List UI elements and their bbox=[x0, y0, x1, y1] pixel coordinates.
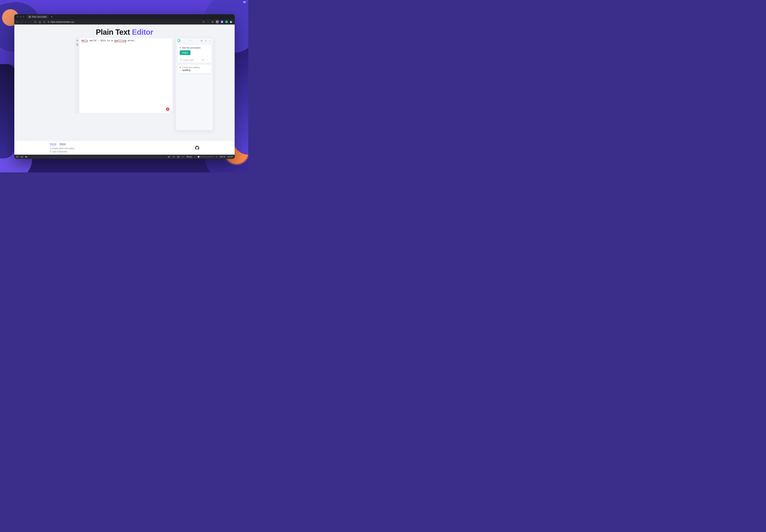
extension-bitwarden-icon[interactable] bbox=[221, 21, 223, 23]
browser-tab[interactable]: Plain Text Editor bbox=[27, 15, 49, 19]
device-icon[interactable] bbox=[172, 156, 175, 158]
new-tab-button[interactable] bbox=[50, 15, 53, 18]
extensions-icon[interactable] bbox=[230, 21, 232, 23]
svg-rect-13 bbox=[173, 156, 174, 157]
dropdown-icon[interactable] bbox=[207, 21, 209, 23]
code-icon[interactable] bbox=[182, 156, 184, 158]
tab-title: Plain Text Editor bbox=[32, 16, 47, 18]
macos-menubar bbox=[0, 0, 248, 4]
svg-point-1 bbox=[212, 21, 213, 22]
footer-nav: Home About bbox=[50, 143, 75, 146]
apply-suggestion-button[interactable]: Hello, bbox=[180, 50, 191, 55]
svg-point-3 bbox=[201, 40, 202, 42]
zoom-level: 100 % bbox=[219, 156, 225, 158]
window-controls[interactable] bbox=[16, 16, 25, 18]
footer-tagline: A simple plain text editor. bbox=[50, 147, 75, 150]
severity-dot-icon bbox=[180, 47, 181, 48]
svg-point-5 bbox=[206, 40, 206, 41]
goals-icon[interactable] bbox=[200, 39, 203, 42]
zoom-slider[interactable] bbox=[198, 157, 214, 157]
close-window-button[interactable] bbox=[17, 16, 18, 18]
error-count-badge[interactable]: 2 bbox=[166, 107, 169, 111]
lock-icon bbox=[48, 21, 49, 23]
fast-forward-button[interactable] bbox=[29, 21, 32, 23]
browser-status-bar: Reset − + 100 % 19:36 bbox=[14, 155, 235, 159]
svg-rect-2 bbox=[77, 44, 78, 46]
page-footer: Home About A simple plain text editor. ©… bbox=[14, 141, 235, 155]
image-icon[interactable] bbox=[177, 156, 180, 158]
settings-icon[interactable] bbox=[205, 39, 207, 42]
footer-copyright: © Sam Edwardes. bbox=[50, 150, 75, 153]
browser-toolbar: https://plaintexteditor.xyz bbox=[14, 19, 235, 25]
browser-window: Plain Text Editor https://plaintextedito… bbox=[14, 14, 235, 159]
svg-rect-9 bbox=[17, 156, 18, 157]
suggestion-card-spelling[interactable]: Correct your spelling spellling bbox=[177, 65, 211, 73]
rewind-button[interactable] bbox=[25, 21, 28, 23]
reload-button[interactable] bbox=[34, 21, 37, 23]
svg-point-6 bbox=[208, 59, 208, 60]
suggestion-card-punctuation: Add the punctuation Hello, ? Learn more bbox=[177, 45, 211, 63]
page-header: Plain Text Editor bbox=[14, 25, 235, 36]
zoom-out-button[interactable]: − bbox=[194, 156, 196, 158]
editor-textarea[interactable]: Hello world — this is a spellling error.… bbox=[79, 38, 172, 113]
resize-handle[interactable] bbox=[170, 111, 172, 113]
svg-point-7 bbox=[208, 60, 208, 60]
grammarly-logo-icon bbox=[177, 39, 180, 42]
address-bar[interactable]: https://plaintexteditor.xyz bbox=[48, 21, 200, 23]
footer-link-home[interactable]: Home bbox=[50, 143, 56, 146]
reset-zoom-button[interactable]: Reset bbox=[187, 156, 192, 158]
zoom-in-button[interactable]: + bbox=[216, 156, 217, 158]
grammarly-header: ⠿⠿ bbox=[176, 38, 213, 43]
panel-bottom-icon[interactable] bbox=[21, 156, 23, 158]
drag-handle-icon[interactable]: ⠿⠿ bbox=[189, 40, 192, 42]
bookmark-icon[interactable] bbox=[202, 21, 205, 23]
editor-gutter bbox=[75, 38, 79, 113]
learn-more-link[interactable]: ? Learn more bbox=[180, 59, 194, 61]
page-title: Plain Text Editor bbox=[14, 28, 235, 36]
minimize-window-button[interactable] bbox=[20, 16, 22, 18]
collapse-icon[interactable] bbox=[76, 39, 79, 42]
svg-rect-10 bbox=[21, 156, 23, 157]
clock: 19:36 bbox=[227, 156, 233, 158]
card-title: Add the punctuation bbox=[182, 47, 201, 49]
flagged-word-spelling[interactable]: spellling bbox=[114, 39, 126, 42]
clipboard-icon[interactable] bbox=[76, 43, 79, 46]
close-icon[interactable] bbox=[209, 39, 211, 42]
card-title: Correct your spelling bbox=[182, 66, 200, 68]
text-editor: Hello world — this is a spellling error.… bbox=[75, 38, 173, 113]
trash-icon[interactable] bbox=[202, 59, 204, 61]
severity-dot-icon bbox=[180, 67, 181, 68]
grammarly-panel: ⠿⠿ Add the punctuation Hello, ? bbox=[176, 38, 213, 130]
flagged-word-hello[interactable]: Hello bbox=[81, 39, 88, 42]
tab-favicon bbox=[29, 16, 31, 18]
home-button[interactable] bbox=[38, 21, 41, 23]
maximize-window-button[interactable] bbox=[23, 16, 25, 18]
page-content: Plain Text Editor Hello world — this is … bbox=[14, 25, 235, 159]
tab-bar: Plain Text Editor bbox=[14, 14, 235, 19]
panel-left-icon[interactable] bbox=[16, 156, 19, 158]
github-icon[interactable] bbox=[195, 146, 199, 150]
svg-point-8 bbox=[208, 61, 208, 61]
svg-rect-11 bbox=[168, 156, 170, 157]
footer-link-about[interactable]: About bbox=[59, 143, 66, 146]
shield-icon[interactable] bbox=[43, 21, 46, 23]
cloud-sync-icon[interactable] bbox=[25, 156, 27, 158]
avatar-icon[interactable] bbox=[216, 20, 219, 23]
back-button[interactable] bbox=[16, 21, 18, 23]
url-text: https://plaintexteditor.xyz bbox=[51, 21, 74, 23]
flagged-text: spellling bbox=[182, 69, 209, 71]
more-icon[interactable] bbox=[207, 59, 209, 61]
help-icon: ? bbox=[180, 59, 182, 61]
extension-grammarly-icon[interactable] bbox=[225, 21, 228, 23]
search-icon[interactable] bbox=[211, 21, 214, 23]
forward-button[interactable] bbox=[20, 21, 23, 23]
svg-rect-0 bbox=[48, 22, 49, 23]
cloud-icon bbox=[243, 1, 246, 3]
camera-icon[interactable] bbox=[168, 156, 170, 158]
svg-point-12 bbox=[169, 157, 169, 157]
svg-point-4 bbox=[201, 40, 202, 41]
